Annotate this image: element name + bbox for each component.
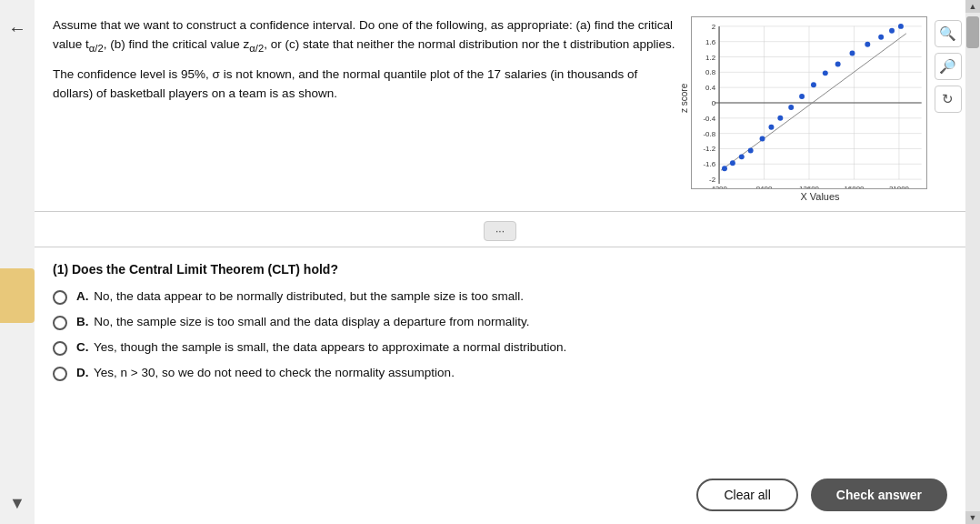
radio-c[interactable] (53, 341, 67, 356)
svg-point-47 (849, 51, 855, 56)
svg-text:-1.6: -1.6 (703, 160, 715, 168)
svg-point-51 (897, 24, 903, 29)
option-c-label: C. Yes, though the sample is small, the … (76, 340, 566, 354)
question-paragraph2: The confidence level is 95%, σ is not kn… (53, 66, 678, 104)
scroll-down-btn[interactable]: ▼ (965, 511, 980, 524)
zoom-in-button[interactable]: 🔍 (935, 20, 962, 47)
svg-text:1.2: 1.2 (705, 54, 715, 62)
main-content: Assume that we want to construct a confi… (35, 0, 965, 524)
footer: Clear all Check answer (35, 471, 965, 524)
svg-point-39 (759, 136, 765, 142)
top-section: Assume that we want to construct a confi… (35, 0, 965, 212)
y-axis-label: z score (679, 16, 689, 180)
option-b-label: B. No, the sample size is too small and … (76, 315, 530, 328)
question-paragraph1: Assume that we want to construct a confi… (53, 16, 678, 56)
chart-x-label: X Values (800, 191, 839, 202)
svg-point-50 (889, 28, 895, 34)
scroll-down-arrow[interactable]: ▼ (9, 494, 25, 524)
radio-d[interactable] (53, 367, 67, 381)
svg-point-35 (722, 166, 727, 171)
option-d-label: D. Yes, n > 30, so we do not need to che… (76, 366, 455, 379)
svg-text:8400: 8400 (755, 185, 772, 188)
right-scrollbar: ▲ ▼ (965, 0, 980, 524)
zoom-out-button[interactable]: 🔎 (935, 53, 962, 80)
toolbar-icons: 🔍 🔎 ↻ (935, 16, 962, 113)
svg-point-43 (799, 94, 805, 99)
svg-point-44 (810, 82, 815, 87)
svg-point-36 (729, 160, 735, 166)
svg-text:4200: 4200 (711, 185, 727, 188)
check-answer-button[interactable]: Check answer (811, 479, 947, 511)
refresh-button[interactable]: ↻ (935, 86, 962, 113)
svg-text:0.4: 0.4 (705, 84, 716, 92)
scroll-handle[interactable] (966, 16, 979, 48)
svg-text:0: 0 (711, 99, 715, 107)
radio-a[interactable] (53, 290, 67, 305)
question1-label: (1) Does the Central Limit Theorem (CLT)… (53, 262, 947, 277)
svg-text:-0.4: -0.4 (703, 115, 715, 123)
clear-all-button[interactable]: Clear all (696, 479, 797, 511)
back-button[interactable]: ← (4, 15, 31, 42)
option-row-d[interactable]: D. Yes, n > 30, so we do not need to che… (53, 366, 947, 381)
more-button[interactable]: ··· (484, 221, 516, 241)
svg-point-49 (878, 35, 884, 40)
svg-text:-2: -2 (709, 176, 715, 184)
scroll-track (965, 13, 980, 511)
svg-point-38 (747, 147, 753, 153)
bottom-section: (1) Does the Central Limit Theorem (CLT)… (35, 247, 965, 471)
svg-point-41 (777, 116, 783, 121)
svg-point-37 (738, 154, 744, 159)
option-row-b[interactable]: B. No, the sample size is too small and … (53, 315, 947, 330)
svg-point-48 (865, 42, 870, 47)
radio-b[interactable] (53, 316, 67, 330)
svg-text:21000: 21000 (888, 185, 909, 188)
svg-point-45 (822, 70, 827, 76)
scroll-up-arrow[interactable]: ▲ (965, 0, 980, 13)
svg-point-40 (768, 125, 774, 130)
middle-divider: ··· (35, 212, 965, 247)
left-panel: ← ▼ (0, 0, 35, 524)
option-row-a[interactable]: A. No, the data appear to be normally di… (53, 289, 947, 305)
svg-point-42 (788, 105, 794, 110)
svg-text:12600: 12600 (799, 185, 820, 188)
option-row-c[interactable]: C. Yes, though the sample is small, the … (53, 340, 947, 356)
svg-text:1.6: 1.6 (705, 38, 716, 46)
svg-point-46 (835, 61, 840, 66)
question-text: Assume that we want to construct a confi… (53, 16, 678, 202)
option-a-label: A. No, the data appear to be normally di… (76, 289, 524, 303)
svg-text:0.8: 0.8 (705, 68, 716, 76)
chart-svg: 2 1.6 1.2 0.8 0.4 0 -0.4 -0.8 -1.2 -1.6 … (692, 17, 926, 188)
app-layout: ← ▼ Assume that we want to construct a c… (0, 0, 980, 524)
yellow-tab (0, 268, 35, 323)
svg-text:2: 2 (711, 23, 715, 31)
svg-text:-0.8: -0.8 (703, 130, 715, 138)
svg-text:16800: 16800 (844, 185, 865, 188)
svg-text:-1.2: -1.2 (703, 145, 715, 153)
chart-area: z score (693, 16, 947, 202)
chart-container: 2 1.6 1.2 0.8 0.4 0 -0.4 -0.8 -1.2 -1.6 … (691, 16, 927, 189)
